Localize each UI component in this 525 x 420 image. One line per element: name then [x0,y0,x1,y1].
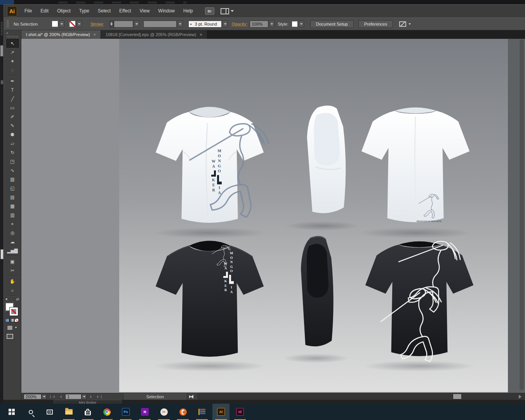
indesign-button[interactable]: Id [231,404,249,420]
launch-bridge-button[interactable]: Br [205,7,214,15]
drawing-mode-icon[interactable] [7,325,13,330]
document-tab[interactable]: t shirt.ai* @ 200% (RGB/Preview) × [21,30,101,39]
stroke-swatch[interactable] [10,307,18,316]
microsoft-store-button[interactable] [79,404,96,420]
control-bar-grip[interactable] [7,20,9,28]
tool-button[interactable]: ↗ [6,48,19,57]
stroke-color-dropdown[interactable] [76,21,82,27]
horizontal-scrollbar[interactable] [197,393,525,400]
tool-button[interactable]: ✂ [6,266,19,276]
screen-mode-icon[interactable] [7,334,13,339]
artboard-dropdown[interactable] [82,394,87,399]
tool-button[interactable]: ✶ [6,57,19,66]
tool-button[interactable]: ⚈ [6,130,19,139]
color-mode-button[interactable] [5,318,9,322]
stroke-color-swatch[interactable] [69,21,76,27]
brush-definition-field[interactable]: • 3 pt. Round [188,21,222,28]
menu-item[interactable]: Help [179,5,197,17]
menu-item[interactable]: View [136,5,154,17]
tshirt-mockup-document[interactable]: MONGOLIA WALKER WA KER MONGO IA [119,39,508,392]
tool-button[interactable]: ▂▅▇ [6,246,19,256]
first-artboard-button[interactable] [50,395,55,398]
stroke-weight-stepper[interactable] [110,21,114,28]
horizontal-scrollbar-thumb[interactable] [453,394,462,399]
default-fill-stroke-icon[interactable] [5,298,9,302]
tool-button[interactable]: T [6,85,19,94]
tool-button[interactable]: ✐ [6,112,19,121]
document-setup-button[interactable]: Document Setup [310,20,354,28]
scroll-right-icon[interactable] [519,395,523,399]
select-similar-icon[interactable] [399,21,406,27]
gradient-mode-button[interactable] [10,318,14,322]
tool-button[interactable]: ⌕ [6,286,19,296]
swap-fill-stroke-icon[interactable]: ⇄ [16,297,19,301]
canvas-pasteboard[interactable]: MONGOLIA WALKER WA KER MONGO IA [21,39,525,393]
graphic-style-dropdown[interactable] [299,21,304,27]
brush-definition-dropdown[interactable] [223,21,228,27]
panel-collapse-icon[interactable]: » [4,30,21,35]
menu-item[interactable]: Effect [115,5,135,17]
variable-width-profile-dropdown[interactable] [177,21,183,27]
tool-button[interactable]: ◳ [6,157,19,166]
status-display[interactable]: Selection [123,393,187,400]
zoom-level-dropdown[interactable] [42,394,47,399]
menu-item[interactable]: Select [94,5,115,17]
graphic-style-swatch[interactable] [292,21,298,27]
tool-button[interactable]: ▦ [6,201,19,210]
menu-item[interactable]: Type [75,5,94,17]
origin-button[interactable] [174,404,191,420]
tool-button[interactable]: ◌ [6,66,19,76]
drawing-mode-dropdown-icon[interactable] [15,327,17,330]
tool-button[interactable]: ◎ [6,228,19,237]
tool-button[interactable]: ▱ [6,139,19,148]
tool-button[interactable]: ╱ [6,94,19,103]
menu-item[interactable]: File [20,5,36,17]
start-button[interactable] [3,404,20,420]
tool-button[interactable]: ◱ [6,184,19,193]
tool-button[interactable]: ▥ [6,210,19,219]
tool-button[interactable]: ▧ [6,175,19,184]
onenote-button[interactable]: N [136,404,153,420]
task-view-button[interactable] [41,404,58,420]
document-tab[interactable]: 10818 [Converted].eps @ 205% (RGB/Previe… [101,30,207,39]
menu-item[interactable]: Edit [36,5,53,17]
preferences-button[interactable]: Preferences [358,20,393,28]
fill-color-swatch[interactable] [52,21,58,27]
zoom-level-field[interactable]: 200% [24,394,42,399]
illustrator-button[interactable]: Ai [212,404,229,420]
fill-color-dropdown[interactable] [59,21,64,27]
opacity-panel-link[interactable]: Opacity: [232,22,247,26]
search-button[interactable] [22,404,39,420]
tab-close-icon[interactable]: × [94,32,96,37]
tab-close-icon[interactable]: × [200,32,202,37]
arrange-documents-icon[interactable] [221,8,229,14]
winrar-button[interactable] [193,404,210,420]
photoshop-button[interactable]: Ps [117,404,134,420]
last-artboard-button[interactable] [97,395,102,398]
tools-panel-grip[interactable] [7,36,18,38]
arrange-documents-dropdown-icon[interactable] [231,10,234,14]
stroke-weight-dropdown[interactable] [134,21,139,27]
tool-button[interactable]: ↖ [6,39,19,48]
opacity-dropdown[interactable] [269,21,275,27]
tool-button[interactable]: ▣ [6,257,19,266]
tool-button[interactable]: ✎ [6,121,19,130]
variable-width-profile-field[interactable] [143,21,177,28]
tool-button[interactable]: ↻ [6,148,19,157]
select-similar-dropdown[interactable] [407,21,412,27]
next-artboard-button[interactable] [90,395,94,398]
paint-app-button[interactable]: ✂ [155,404,172,420]
none-mode-button[interactable] [14,318,19,322]
tool-button[interactable]: ▭ [6,103,19,112]
previous-artboard-button[interactable] [58,395,62,398]
tool-button[interactable]: ⌖ [6,219,19,228]
opacity-field[interactable]: 100% [250,21,268,28]
tool-button[interactable]: ✒ [6,76,19,85]
tool-button[interactable]: ▤ [6,193,19,201]
mini-bridge-tab[interactable]: Mini Bridge [54,400,122,404]
tool-button[interactable]: ∿ [6,166,19,175]
chrome-button[interactable] [98,404,115,420]
scroll-left-icon[interactable] [189,395,193,399]
menu-item[interactable]: Object [53,5,75,17]
stroke-panel-link[interactable]: Stroke: [90,22,104,26]
